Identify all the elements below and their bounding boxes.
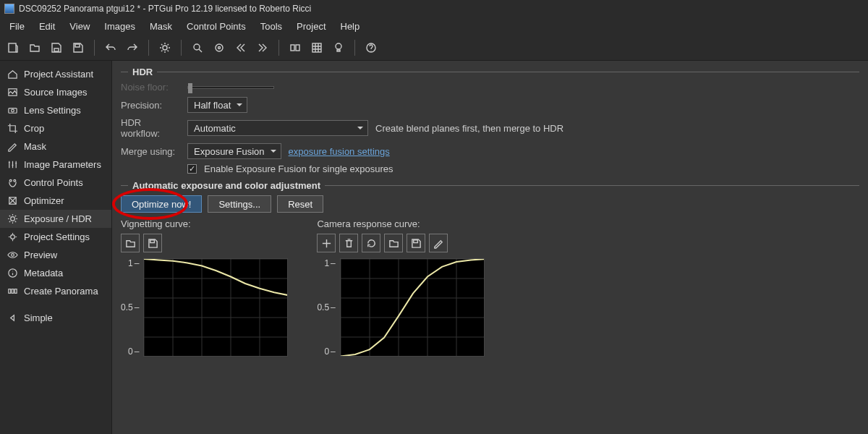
menu-control-points[interactable]: Control Points: [180, 19, 252, 34]
sidebar-item-source-images[interactable]: Source Images: [0, 83, 111, 101]
exposure-fusion-settings-link[interactable]: exposure fusion settings: [289, 146, 390, 157]
open-project-icon[interactable]: [26, 39, 43, 56]
svg-rect-2: [75, 44, 80, 47]
sidebar-item-control-points[interactable]: Control Points: [0, 174, 111, 192]
menu-view[interactable]: View: [63, 19, 96, 34]
svg-rect-24: [14, 289, 17, 294]
sidebar-item-preview[interactable]: Preview: [0, 246, 111, 264]
sidebar-item-project-settings[interactable]: Project Settings: [0, 228, 111, 246]
auto-settings-button[interactable]: Settings...: [208, 195, 271, 213]
vignetting-curve-block: Vignetting curve: 1 0.5 0: [121, 218, 288, 357]
svg-point-16: [14, 179, 16, 182]
undo-icon[interactable]: [102, 39, 119, 56]
panorama-editor-icon[interactable]: [286, 39, 304, 56]
sidebar-label: Project Settings: [24, 231, 90, 242]
svg-rect-7: [291, 45, 294, 51]
save-curve-button-2[interactable]: [407, 234, 425, 252]
sidebar-item-simple[interactable]: Simple: [0, 309, 111, 327]
sidebar-label: Image Parameters: [24, 159, 101, 170]
sidebar-item-create-panorama[interactable]: Create Panorama: [0, 282, 111, 300]
svg-point-6: [218, 46, 221, 48]
sidebar-label: Mask: [24, 141, 46, 152]
open-curve-button-2[interactable]: [384, 234, 403, 252]
edit-curve-button[interactable]: [429, 234, 448, 252]
svg-point-15: [9, 179, 12, 182]
merge-dropdown[interactable]: Exposure Fusion: [187, 143, 281, 159]
new-project-icon[interactable]: [4, 39, 22, 56]
menu-tools[interactable]: Tools: [254, 19, 289, 34]
precision-dropdown[interactable]: Half float: [187, 97, 247, 113]
rewind-icon[interactable]: [232, 39, 250, 56]
enable-exposure-fusion-checkbox[interactable]: [187, 164, 197, 174]
camera-yaxis: 1 0.5 0: [317, 258, 339, 357]
precision-label: Precision:: [121, 100, 180, 111]
sidebar-label: Optimizer: [24, 195, 64, 206]
toolbar: [0, 35, 868, 61]
hdr-section-header: HDR: [121, 67, 859, 77]
sidebar-label: Simple: [24, 312, 53, 323]
bulb-icon[interactable]: [330, 39, 347, 56]
refresh-curve-button[interactable]: [362, 234, 380, 252]
sidebar-item-image-parameters[interactable]: Image Parameters: [0, 156, 111, 174]
sidebar-item-metadata[interactable]: Metadata: [0, 264, 111, 282]
menu-mask[interactable]: Mask: [143, 19, 179, 34]
sidebar-item-project-assistant[interactable]: Project Assistant: [0, 65, 111, 83]
delete-curve-button[interactable]: [339, 234, 358, 252]
menu-edit[interactable]: Edit: [33, 19, 61, 34]
enable-exposure-fusion-label: Enable Exposure Fusion for single exposu…: [204, 163, 393, 174]
sidebar-label: Exposure / HDR: [24, 213, 92, 224]
add-curve-button[interactable]: [317, 234, 336, 252]
svg-point-14: [12, 109, 14, 112]
gear-icon[interactable]: [156, 39, 174, 56]
workflow-dropdown[interactable]: Automatic: [187, 120, 368, 136]
camera-response-block: Camera response curve: 1 0.5 0: [317, 218, 484, 357]
svg-point-4: [194, 44, 200, 50]
vignetting-curve-title: Vignetting curve:: [121, 218, 288, 229]
menu-project[interactable]: Project: [290, 19, 332, 34]
target-icon[interactable]: [210, 39, 228, 56]
svg-point-18: [11, 217, 15, 221]
optimize-now-button[interactable]: Optimize now!: [121, 195, 202, 213]
main-panel: HDR Noise floor: Precision: Half float H…: [112, 61, 868, 434]
search-icon[interactable]: [189, 39, 206, 56]
workflow-hint: Create blend planes first, then merge to…: [375, 123, 563, 134]
sidebar-label: Preview: [24, 250, 57, 260]
svg-point-20: [12, 254, 14, 257]
redo-icon[interactable]: [124, 39, 141, 56]
svg-rect-8: [296, 45, 299, 51]
sidebar-item-crop[interactable]: Crop: [0, 119, 111, 137]
sidebar-label: Control Points: [24, 177, 83, 188]
sidebar-item-mask[interactable]: Mask: [0, 137, 111, 156]
sidebar-label: Lens Settings: [24, 105, 81, 116]
vignetting-curve-plot: [143, 258, 288, 357]
help-icon[interactable]: [362, 39, 380, 56]
save-curve-button[interactable]: [143, 234, 162, 252]
svg-rect-0: [9, 43, 16, 52]
noise-floor-slider[interactable]: [187, 86, 274, 89]
sidebar-label: Crop: [24, 123, 44, 134]
svg-point-19: [11, 235, 15, 239]
save-icon[interactable]: [69, 39, 87, 56]
workflow-label: HDR workflow:: [121, 117, 180, 139]
auto-section-header: Automatic exposure and color adjustment: [121, 180, 859, 191]
menu-file[interactable]: File: [3, 19, 31, 34]
sidebar-label: Create Panorama: [24, 286, 98, 297]
svg-rect-22: [9, 289, 11, 294]
vignetting-yaxis: 1 0.5 0: [121, 258, 143, 357]
menu-images[interactable]: Images: [98, 19, 142, 34]
open-curve-button[interactable]: [121, 234, 140, 252]
grid-icon[interactable]: [308, 39, 326, 56]
merge-label: Merge using:: [121, 146, 180, 157]
forward-icon[interactable]: [254, 39, 271, 56]
title-bar: DSC09252 Panorama ptgui12 * - PTGui Pro …: [0, 0, 868, 17]
sidebar-item-exposure-hdr[interactable]: Exposure / HDR: [0, 210, 111, 228]
save-as-icon[interactable]: [48, 39, 65, 56]
svg-rect-38: [414, 239, 418, 242]
sidebar-item-lens-settings[interactable]: Lens Settings: [0, 101, 111, 119]
sidebar-item-optimizer[interactable]: Optimizer: [0, 192, 111, 210]
camera-response-title: Camera response curve:: [317, 218, 484, 229]
reset-button[interactable]: Reset: [277, 195, 323, 213]
window-title: DSC09252 Panorama ptgui12 * - PTGui Pro …: [19, 4, 311, 14]
svg-point-5: [216, 44, 223, 51]
menu-help[interactable]: Help: [334, 19, 367, 34]
